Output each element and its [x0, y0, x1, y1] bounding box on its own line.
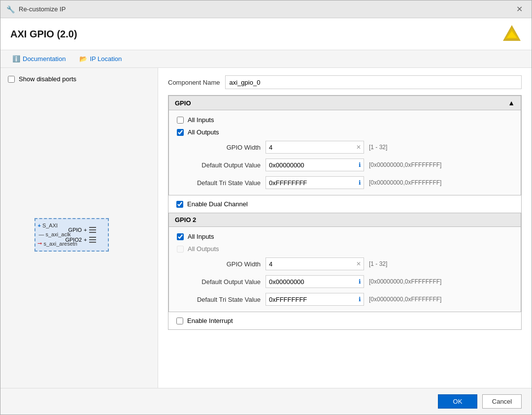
close-button[interactable]: ✕: [513, 4, 526, 14]
gpio2-section-content: All Inputs All Outputs GPIO Width: [169, 227, 521, 312]
gpio-section-title: GPIO: [175, 99, 191, 107]
gpio2-width-label: GPIO Width: [177, 260, 261, 268]
gpio2-default-tristate-row: Default Tri State Value ℹ [0x00000000,0x…: [177, 293, 513, 306]
gpio2-section: GPIO 2 All Inputs All Outputs: [168, 213, 521, 312]
gpio2-width-row: GPIO Width ✕ [1 - 32]: [177, 257, 513, 270]
gpio2-all-inputs-row: All Inputs: [177, 233, 513, 240]
gpio-default-output-info-icon[interactable]: ℹ: [359, 161, 361, 168]
gpio-default-tristate-range: [0x00000000,0xFFFFFFFF]: [369, 179, 441, 186]
gpio-width-label: GPIO Width: [177, 144, 261, 151]
s-axi-port-row: + S_AXI: [37, 223, 77, 228]
gpio-width-input[interactable]: [266, 141, 364, 154]
logo-icon: [502, 24, 522, 44]
gpio-default-tristate-wrapper: ℹ: [266, 176, 364, 189]
documentation-button[interactable]: ℹ️ Documentation: [10, 54, 67, 64]
gpio2-default-output-info-icon[interactable]: ℹ: [359, 278, 361, 285]
gpio-plus-icon: +: [84, 227, 87, 233]
ip-location-button[interactable]: 📂 IP Location: [77, 54, 124, 64]
title-bar-left: 🔧 Re-customize IP: [6, 5, 66, 13]
gpio2-plus-icon: +: [84, 237, 87, 243]
gpio2-default-tristate-label: Default Tri State Value: [177, 296, 261, 303]
gpio-default-tristate-row: Default Tri State Value ℹ [0x00000000,0x…: [177, 176, 513, 189]
header-section: AXI GPIO (2.0): [0, 18, 532, 50]
enable-interrupt-checkbox[interactable]: [176, 318, 183, 324]
gpio2-default-output-label: Default Output Value: [177, 278, 261, 286]
s-axi-label: S_AXI: [42, 223, 58, 228]
component-name-input[interactable]: [225, 75, 522, 89]
gpio-default-output-label: Default Output Value: [177, 161, 261, 169]
gpio2-width-input[interactable]: [266, 257, 364, 270]
gpio-default-output-wrapper: ℹ: [266, 159, 364, 171]
gpio2-all-outputs-row: All Outputs: [177, 245, 513, 253]
gpio-all-inputs-checkbox[interactable]: [177, 117, 184, 124]
show-disabled-ports-checkbox[interactable]: [8, 76, 15, 83]
gpio2-width-clear-icon[interactable]: ✕: [356, 260, 361, 267]
component-diagram: + S_AXI — s_axi_aclk ⊸ s_axi_aresetn: [8, 89, 150, 381]
gpio-all-inputs-label: All Inputs: [188, 116, 214, 124]
enable-dual-channel-row: Enable Dual Channel: [168, 195, 521, 213]
main-content: Show disabled ports + S_AXI: [0, 68, 532, 388]
gpio2-section-header: GPIO 2: [169, 213, 521, 227]
gpio2-all-inputs-checkbox[interactable]: [177, 233, 184, 240]
show-disabled-row: Show disabled ports: [8, 75, 150, 83]
gpio-default-tristate-input[interactable]: [266, 176, 364, 189]
gpio-section: GPIO ▲ All Inputs All Outputs: [168, 96, 521, 195]
ok-button[interactable]: OK: [438, 394, 477, 409]
gpio2-default-tristate-wrapper: ℹ: [266, 293, 364, 306]
s-axi-aresetn-row: ⊸ s_axi_aresetn: [37, 240, 77, 247]
gpio-width-input-wrapper: ✕: [266, 141, 364, 154]
right-panel: Component Name GPIO ▲ All Inputs: [158, 68, 532, 388]
gpio-default-output-input[interactable]: [266, 159, 364, 171]
gpio-collapse-icon[interactable]: ▲: [508, 99, 515, 107]
gpio2-bus: [89, 237, 96, 243]
enable-dual-channel-checkbox[interactable]: [176, 201, 183, 208]
gpio2-width-range: [1 - 32]: [369, 260, 387, 267]
s-axi-aclk-label: s_axi_aclk: [45, 231, 70, 237]
enable-dual-channel-label: Enable Dual Channel: [187, 200, 248, 208]
gpio2-all-outputs-checkbox: [177, 246, 184, 253]
show-disabled-ports-label: Show disabled ports: [19, 75, 76, 83]
gpio2-section-title: GPIO 2: [175, 216, 196, 223]
gpio2-width-input-wrapper: ✕: [266, 257, 364, 270]
gpio-tristate-info-icon[interactable]: ℹ: [359, 179, 361, 186]
dialog-title: Re-customize IP: [19, 5, 66, 13]
footer: OK Cancel: [0, 388, 532, 415]
config-scroll-area[interactable]: GPIO ▲ All Inputs All Outputs: [168, 95, 522, 330]
gpio-width-row: GPIO Width ✕ [1 - 32]: [177, 141, 513, 154]
gpio-section-content: All Inputs All Outputs GPIO Width: [169, 110, 521, 195]
s-axi-aresetn-label: s_axi_aresetn: [43, 241, 77, 247]
minus-icon-aresetn: ⊸: [37, 240, 42, 247]
component-name-row: Component Name: [168, 75, 522, 89]
gpio2-default-output-wrapper: ℹ: [266, 275, 364, 288]
gpio-all-outputs-label: All Outputs: [188, 128, 219, 136]
component-name-label: Component Name: [168, 79, 220, 86]
toolbar: ℹ️ Documentation 📂 IP Location: [0, 50, 532, 68]
gpio2-default-tristate-range: [0x00000000,0xFFFFFFFF]: [369, 296, 441, 303]
gpio2-all-inputs-label: All Inputs: [188, 233, 214, 240]
gpio-width-clear-icon[interactable]: ✕: [356, 144, 361, 151]
gpio2-default-output-range: [0x00000000,0xFFFFFFFF]: [369, 278, 441, 285]
gpio-default-output-row: Default Output Value ℹ [0x00000000,0xFFF…: [177, 159, 513, 171]
s-axi-aclk-row: — s_axi_aclk: [37, 231, 77, 237]
app-title: AXI GPIO (2.0): [10, 29, 77, 40]
gpio-all-outputs-row: All Outputs: [177, 128, 513, 136]
title-bar: 🔧 Re-customize IP ✕: [0, 0, 532, 18]
gpio-all-inputs-row: All Inputs: [177, 116, 513, 124]
documentation-label: Documentation: [23, 55, 66, 63]
dialog: 🔧 Re-customize IP ✕ AXI GPIO (2.0) ℹ️ Do…: [0, 0, 532, 415]
gpio2-default-output-input[interactable]: [266, 275, 364, 288]
gpio-bus: [89, 227, 96, 233]
cancel-button[interactable]: Cancel: [482, 394, 522, 409]
plus-icon-saxi: +: [37, 223, 40, 228]
minus-icon-aclk: —: [38, 231, 44, 237]
gpio-section-header: GPIO ▲: [169, 96, 521, 110]
gpio2-tristate-info-icon[interactable]: ℹ: [359, 296, 361, 303]
left-panel: Show disabled ports + S_AXI: [0, 68, 158, 388]
gpio-default-tristate-label: Default Tri State Value: [177, 179, 261, 187]
enable-interrupt-label: Enable Interrupt: [187, 317, 233, 324]
doc-icon: ℹ️: [12, 55, 20, 63]
gpio2-default-output-row: Default Output Value ℹ [0x00000000,0xFFF…: [177, 275, 513, 288]
gpio2-default-tristate-input[interactable]: [266, 293, 364, 306]
ip-location-label: IP Location: [90, 55, 122, 63]
gpio-all-outputs-checkbox[interactable]: [177, 129, 184, 136]
